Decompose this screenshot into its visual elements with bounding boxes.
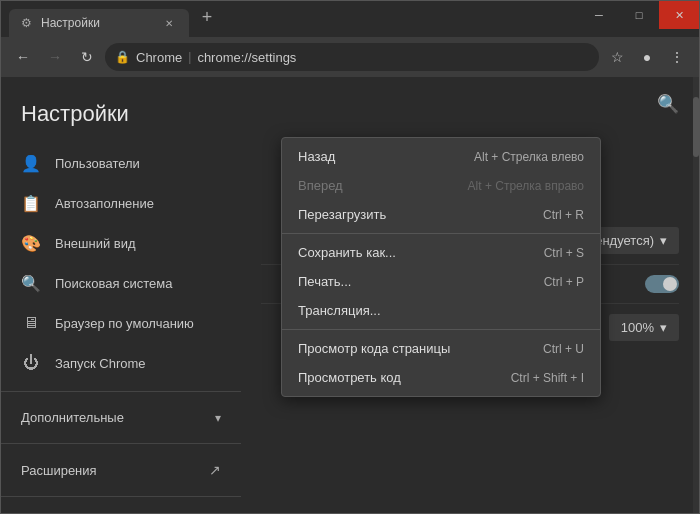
ctx-inspect[interactable]: Просмотреть код Ctrl + Shift + I bbox=[282, 363, 600, 392]
menu-button[interactable]: ⋮ bbox=[663, 43, 691, 71]
active-tab[interactable]: ⚙ Настройки ✕ bbox=[9, 9, 189, 37]
minimize-button[interactable]: ─ bbox=[579, 1, 619, 29]
sidebar-divider-3 bbox=[1, 496, 241, 497]
ctx-back-label: Назад bbox=[298, 149, 335, 164]
bookmark-button[interactable]: ☆ bbox=[603, 43, 631, 71]
startup-icon: ⏻ bbox=[21, 353, 41, 373]
ctx-forward-shortcut: Alt + Стрелка вправо bbox=[468, 179, 584, 193]
ctx-view-source-shortcut: Ctrl + U bbox=[543, 342, 584, 356]
users-label: Пользователи bbox=[55, 156, 140, 171]
tab-favicon: ⚙ bbox=[21, 16, 35, 30]
font-size-chevron-icon: ▾ bbox=[660, 233, 667, 248]
ctx-cast[interactable]: Трансляция... bbox=[282, 296, 600, 325]
advanced-arrow-icon: ▾ bbox=[215, 411, 221, 425]
ctx-print-label: Печать... bbox=[298, 274, 351, 289]
scrollbar-thumb[interactable] bbox=[693, 97, 699, 157]
ctx-view-source-label: Просмотр кода страницы bbox=[298, 341, 450, 356]
navigation-bar: ← → ↻ 🔒 Chrome | chrome://settings ☆ ● ⋮ bbox=[1, 37, 699, 77]
sidebar-section-about[interactable]: О браузере Chrome bbox=[1, 505, 241, 513]
ctx-reload[interactable]: Перезагрузить Ctrl + R bbox=[282, 200, 600, 229]
ctx-view-source[interactable]: Просмотр кода страницы Ctrl + U bbox=[282, 334, 600, 363]
ctx-forward: Вперед Alt + Стрелка вправо bbox=[282, 171, 600, 200]
startup-label: Запуск Chrome bbox=[55, 356, 146, 371]
zoom-value: 100% bbox=[621, 320, 654, 335]
ctx-print[interactable]: Печать... Ctrl + P bbox=[282, 267, 600, 296]
browser-icon: 🖥 bbox=[21, 313, 41, 333]
ctx-print-shortcut: Ctrl + P bbox=[544, 275, 584, 289]
security-icon: 🔒 bbox=[115, 50, 130, 64]
settings-title: Настройки bbox=[1, 93, 241, 143]
ctx-inspect-label: Просмотреть код bbox=[298, 370, 401, 385]
sidebar-section-extensions[interactable]: Расширения ↗ bbox=[1, 452, 241, 488]
ctx-reload-label: Перезагрузить bbox=[298, 207, 386, 222]
search-label: Поисковая система bbox=[55, 276, 173, 291]
ctx-save-shortcut: Ctrl + S bbox=[544, 246, 584, 260]
zoom-dropdown[interactable]: 100% ▾ bbox=[609, 314, 679, 341]
ctx-back-shortcut: Alt + Стрелка влево bbox=[474, 150, 584, 164]
maximize-button[interactable]: □ bbox=[619, 1, 659, 29]
new-tab-button[interactable]: + bbox=[193, 3, 221, 31]
sidebar-divider-1 bbox=[1, 391, 241, 392]
address-separator: | bbox=[188, 50, 191, 64]
main-area: Настройки 👤 Пользователи 📋 Автозаполнени… bbox=[1, 77, 699, 513]
back-button[interactable]: ← bbox=[9, 43, 37, 71]
ctx-forward-label: Вперед bbox=[298, 178, 343, 193]
address-bar[interactable]: 🔒 Chrome | chrome://settings bbox=[105, 43, 599, 71]
sidebar-divider-2 bbox=[1, 443, 241, 444]
sidebar-item-users[interactable]: 👤 Пользователи bbox=[1, 143, 241, 183]
sidebar: Настройки 👤 Пользователи 📋 Автозаполнени… bbox=[1, 77, 241, 513]
sidebar-item-startup[interactable]: ⏻ Запуск Chrome bbox=[1, 343, 241, 383]
sidebar-item-search[interactable]: 🔍 Поисковая система bbox=[1, 263, 241, 303]
context-menu: Назад Alt + Стрелка влево Вперед Alt + С… bbox=[281, 137, 601, 397]
tab-title: Настройки bbox=[41, 16, 155, 30]
appearance-icon: 🎨 bbox=[21, 233, 41, 253]
autofill-icon: 📋 bbox=[21, 193, 41, 213]
browser-label: Браузер по умолчанию bbox=[55, 316, 194, 331]
users-icon: 👤 bbox=[21, 153, 41, 173]
scrollbar[interactable] bbox=[693, 77, 699, 513]
sidebar-item-default-browser[interactable]: 🖥 Браузер по умолчанию bbox=[1, 303, 241, 343]
search-icon-top[interactable]: 🔍 bbox=[657, 93, 679, 115]
sidebar-item-appearance[interactable]: 🎨 Внешний вид bbox=[1, 223, 241, 263]
search-engine-icon: 🔍 bbox=[21, 273, 41, 293]
ctx-separator-1 bbox=[282, 233, 600, 234]
window-controls: ─ □ ✕ bbox=[579, 1, 699, 29]
address-text: chrome://settings bbox=[197, 50, 296, 65]
browser-window: ⚙ Настройки ✕ + ─ □ ✕ ← → ↻ 🔒 Chrome | c… bbox=[0, 0, 700, 514]
ctx-save-label: Сохранить как... bbox=[298, 245, 396, 260]
extensions-label: Расширения bbox=[21, 463, 97, 478]
chrome-label: Chrome bbox=[136, 50, 182, 65]
advanced-label: Дополнительные bbox=[21, 410, 124, 425]
ctx-save[interactable]: Сохранить как... Ctrl + S bbox=[282, 238, 600, 267]
toggle-switch[interactable] bbox=[645, 275, 679, 293]
zoom-chevron-icon: ▾ bbox=[660, 320, 667, 335]
close-button[interactable]: ✕ bbox=[659, 1, 699, 29]
external-link-icon: ↗ bbox=[209, 462, 221, 478]
ctx-cast-label: Трансляция... bbox=[298, 303, 381, 318]
profile-button[interactable]: ● bbox=[633, 43, 661, 71]
sidebar-section-advanced[interactable]: Дополнительные ▾ bbox=[1, 400, 241, 435]
forward-button[interactable]: → bbox=[41, 43, 69, 71]
autofill-label: Автозаполнение bbox=[55, 196, 154, 211]
appearance-label: Внешний вид bbox=[55, 236, 136, 251]
ctx-separator-2 bbox=[282, 329, 600, 330]
ctx-inspect-shortcut: Ctrl + Shift + I bbox=[511, 371, 584, 385]
tab-close-button[interactable]: ✕ bbox=[161, 15, 177, 31]
sidebar-item-autofill[interactable]: 📋 Автозаполнение bbox=[1, 183, 241, 223]
ctx-back[interactable]: Назад Alt + Стрелка влево bbox=[282, 142, 600, 171]
nav-actions: ☆ ● ⋮ bbox=[603, 43, 691, 71]
refresh-button[interactable]: ↻ bbox=[73, 43, 101, 71]
ctx-reload-shortcut: Ctrl + R bbox=[543, 208, 584, 222]
title-bar: ⚙ Настройки ✕ + ─ □ ✕ bbox=[1, 1, 699, 37]
